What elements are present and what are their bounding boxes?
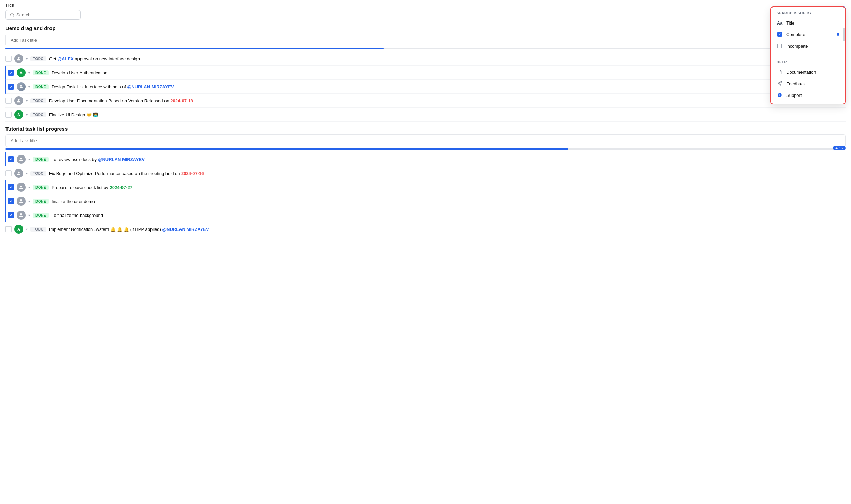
section-demo-title: Demo drag and drop [5, 21, 846, 34]
progress-fill-1 [5, 48, 384, 49]
task-title: Fix Bugs and Optimize Performance based … [49, 171, 846, 176]
add-task-input-1[interactable] [5, 34, 846, 46]
task-title: Develop User Authentication [52, 70, 846, 75]
avatar [17, 211, 26, 220]
chevron-icon[interactable]: ▾ [26, 227, 28, 231]
table-row: ▾ DONE To review user docs by @NURLAN MI… [5, 152, 846, 166]
status-badge: TODO [30, 112, 46, 117]
chevron-icon[interactable]: ▾ [28, 186, 30, 189]
scrollbar[interactable] [843, 28, 845, 41]
dropdown-support-item[interactable]: i Support [771, 89, 845, 101]
chevron-icon[interactable]: ▾ [28, 158, 30, 161]
mention: @NURLAN MIRZAYEV [162, 227, 209, 232]
status-badge: DONE [33, 199, 49, 204]
chevron-icon[interactable]: ▾ [28, 71, 30, 75]
dropdown-feedback-label: Feedback [786, 81, 806, 86]
svg-line-1 [13, 16, 14, 16]
svg-point-16 [20, 186, 22, 187]
status-badge: DONE [33, 70, 49, 75]
complete-check-icon [777, 31, 783, 38]
toolbar-right: 6 / 11 + SEARCH ISSUE BY Aa Title Com [792, 6, 846, 16]
task-title: Get @ALEX approval on new interface desi… [49, 56, 846, 61]
status-badge: TODO [30, 171, 46, 176]
task-checkbox[interactable] [8, 70, 14, 76]
date-badge: 2024-07-16 [181, 171, 204, 176]
dropdown-complete-item[interactable]: Complete [771, 29, 845, 40]
task-list-2: ▾ DONE To review user docs by @NURLAN MI… [5, 152, 846, 236]
search-input[interactable] [16, 12, 76, 17]
task-checkbox[interactable] [5, 226, 12, 232]
task-checkbox[interactable] [5, 112, 12, 118]
dropdown-complete-label: Complete [786, 32, 805, 37]
task-title: To review user docs by @NURLAN MIRZAYEV [52, 157, 846, 162]
task-title: Implement Notification System 🔔 🔔 🔔 (if … [49, 227, 846, 232]
svg-text:i: i [779, 93, 780, 97]
search-bar[interactable] [5, 10, 81, 20]
chevron-icon[interactable]: ▾ [26, 99, 28, 103]
documentation-icon [777, 69, 783, 75]
dropdown-panel: SEARCH ISSUE BY Aa Title Complete Incomp… [770, 6, 846, 104]
task-checkbox[interactable] [5, 98, 12, 104]
dropdown-title-item[interactable]: Aa Title [771, 17, 845, 29]
section-tutorial-title: Tutorial task list progress [5, 122, 846, 134]
dropdown-feedback-item[interactable]: Feedback [771, 78, 845, 89]
task-checkbox[interactable] [8, 84, 14, 90]
section-tutorial: Tutorial task list progress 4 / 6 ▾ DONE… [5, 122, 846, 236]
task-title: To finalize the background [52, 213, 846, 218]
date-badge: 2024-07-27 [110, 185, 132, 190]
task-checkbox[interactable] [5, 170, 12, 176]
avatar [17, 82, 26, 91]
svg-point-18 [20, 213, 22, 215]
help-section-label: HELP [771, 56, 845, 66]
svg-point-11 [18, 57, 19, 59]
chevron-icon[interactable]: ▾ [28, 213, 30, 217]
search-section-label: SEARCH ISSUE BY [771, 7, 845, 17]
svg-point-13 [18, 99, 19, 101]
chevron-icon[interactable]: ▾ [26, 57, 28, 61]
status-badge: TODO [30, 227, 46, 232]
table-row: ▾ DONE Design Task List Interface with h… [5, 80, 846, 94]
progress-fill-2 [5, 148, 568, 150]
search-icon [10, 13, 14, 17]
task-checkbox[interactable] [8, 156, 14, 162]
mention: @NURLAN MIRZAYEV [98, 157, 145, 162]
app-header: Tick 6 / 11 + SEARCH ISSUE BY Aa Title [0, 0, 851, 21]
task-checkbox[interactable] [5, 56, 12, 62]
add-task-input-2[interactable] [5, 134, 846, 147]
svg-point-17 [20, 199, 22, 201]
task-checkbox[interactable] [8, 212, 14, 218]
status-badge: DONE [33, 157, 49, 162]
incomplete-check-icon [777, 43, 783, 49]
progress-bar-1 [5, 48, 846, 49]
support-icon: i [777, 92, 783, 98]
dropdown-documentation-item[interactable]: Documentation [771, 66, 845, 78]
main-content: Demo drag and drop ▾ TODO Get @ALEX appr… [0, 21, 851, 236]
chevron-icon[interactable]: ▾ [26, 113, 28, 117]
table-row: ▾ DONE To finalize the background [5, 208, 846, 222]
dropdown-incomplete-item[interactable]: Incomplete [771, 40, 845, 52]
svg-point-15 [18, 172, 19, 173]
task-checkbox[interactable] [8, 184, 14, 190]
svg-point-12 [20, 85, 22, 87]
active-indicator [837, 33, 839, 36]
dropdown-incomplete-label: Incomplete [786, 44, 808, 49]
chevron-icon[interactable]: ▾ [28, 199, 30, 203]
chevron-icon[interactable]: ▾ [26, 172, 28, 175]
task-title: finalize the user demo [52, 199, 846, 204]
status-badge: DONE [33, 213, 49, 218]
avatar-photo [17, 82, 26, 91]
chevron-icon[interactable]: ▾ [28, 85, 30, 89]
status-badge: TODO [30, 56, 46, 61]
avatar [17, 155, 26, 164]
table-row: A ▾ TODO Finalize UI Design 🤝 🧑‍💻 [5, 108, 846, 122]
mention: @ALEX [57, 56, 73, 61]
avatar: A [14, 110, 23, 119]
avatar [17, 197, 26, 206]
task-checkbox[interactable] [8, 198, 14, 204]
table-row: ▾ DONE Prepare release check list by 202… [5, 180, 846, 194]
task-title: Prepare release check list by 2024-07-27 [52, 185, 846, 190]
avatar [14, 96, 23, 105]
date-badge: 2024-07-18 [170, 98, 193, 103]
dropdown-title-label: Title [786, 20, 794, 26]
avatar [14, 169, 23, 178]
